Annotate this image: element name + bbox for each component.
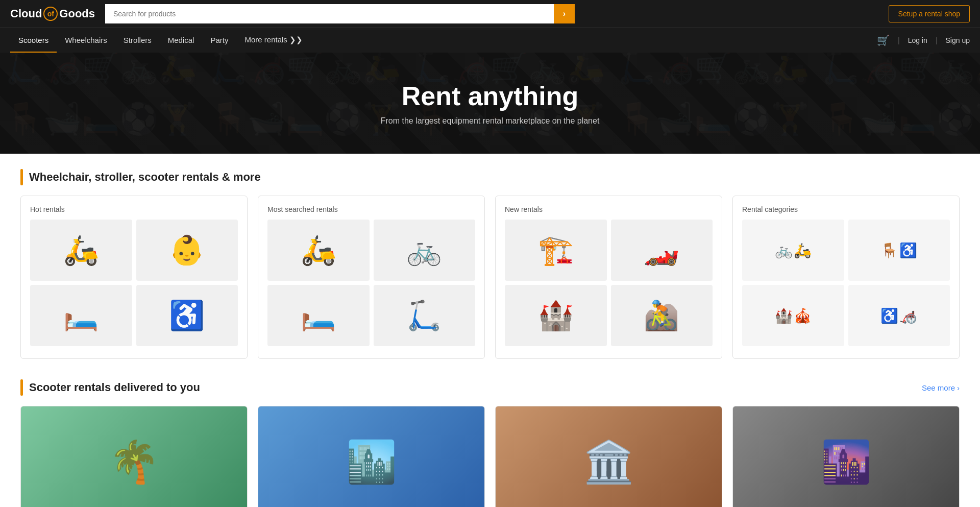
hot-rentals-images: 🛵 👶 🛏️ ♿ [30,220,238,346]
category-scooters-bikes[interactable]: 🚲🛵 [742,220,844,281]
scooter-location-card-2[interactable]: 🏛️ [495,406,722,507]
section-accent [20,169,23,185]
hot-rentals-card: Hot rentals 🛵 👶 🛏️ ♿ [20,196,248,359]
nav-item-party[interactable]: Party [202,29,236,53]
building-icon: 🏛️ [583,438,634,486]
section1-title: Wheelchair, stroller, scooter rentals & … [29,171,261,184]
nav-item-more[interactable]: More rentals ❯❯ [236,28,311,53]
section2-header: Scooter rentals delivered to you See mor… [20,379,960,396]
section2-left: Scooter rentals delivered to you [20,379,200,396]
most-searched-item-0[interactable]: 🛵 [267,220,370,281]
scooter-location-card-3[interactable]: 🌆 [732,406,960,507]
hot-rental-item-0[interactable]: 🛵 [30,220,132,281]
hot-rentals-title: Hot rentals [30,205,238,213]
most-searched-images: 🛵 🚲 🛏️ 🛴 [267,220,475,346]
new-rental-item-2[interactable]: 🏰 [505,285,607,346]
main-nav: Scooters Wheelchairs Strollers Medical P… [0,28,980,53]
log-in-link[interactable]: Log in [908,36,927,44]
nav-item-strollers[interactable]: Strollers [115,29,160,53]
search-bar: › [105,4,575,23]
main-content: Wheelchair, stroller, scooter rentals & … [0,154,980,507]
street-icon: 🌆 [821,438,872,486]
section2-title: Scooter rentals delivered to you [29,381,200,394]
tropical-icon: 🌴 [109,438,160,486]
category-wheelchairs[interactable]: ♿🦽 [848,285,950,346]
header: Cloud of Goods › Setup a rental shop [0,0,980,28]
city-icon: 🏙️ [346,438,397,486]
hot-rental-item-3[interactable]: ♿ [136,285,238,346]
nav-item-scooters[interactable]: Scooters [10,29,57,53]
most-searched-title: Most searched rentals [267,205,475,213]
new-rental-item-3[interactable]: 🚵 [611,285,713,346]
setup-rental-shop-button[interactable]: Setup a rental shop [889,5,970,22]
logo-text-before: Cloud [10,7,42,20]
new-rental-item-0[interactable]: 🏗️ [505,220,607,281]
see-more-link[interactable]: See more › [922,383,960,392]
rental-cards-row: Hot rentals 🛵 👶 🛏️ ♿ Most searched renta… [20,196,960,359]
scooter-cards-row: 🌴 🏙️ 🏛️ 🌆 [20,406,960,507]
new-rentals-images: 🏗️ 🏎️ 🏰 🚵 [505,220,713,346]
cart-icon[interactable]: 🛒 [877,34,890,46]
most-searched-item-2[interactable]: 🛏️ [267,285,370,346]
search-button[interactable]: › [554,4,575,23]
nav-item-wheelchairs[interactable]: Wheelchairs [57,29,115,53]
rental-categories-grid: 🚲🛵 🪑♿ 🏰🎪 ♿🦽 [742,220,950,346]
logo-text-after: Goods [59,7,95,20]
new-rentals-card: New rentals 🏗️ 🏎️ 🏰 🚵 [495,196,722,359]
rental-categories-card: Rental categories 🚲🛵 🪑♿ 🏰🎪 ♿🦽 [732,196,960,359]
most-searched-item-3[interactable]: 🛴 [374,285,476,346]
section2-accent [20,379,23,396]
hero-title: Rent anything [10,81,970,111]
hot-rental-item-1[interactable]: 👶 [136,220,238,281]
header-actions: Setup a rental shop [889,5,970,22]
hero-subtitle: From the largest equipment rental market… [10,116,970,126]
category-mobility[interactable]: 🪑♿ [848,220,950,281]
section1-header: Wheelchair, stroller, scooter rentals & … [20,169,960,185]
logo[interactable]: Cloud of Goods [10,7,97,21]
most-searched-card: Most searched rentals 🛵 🚲 🛏️ 🛴 [258,196,485,359]
scooter-location-card-1[interactable]: 🏙️ [258,406,485,507]
hero-section: Rent anything From the largest equipment… [0,53,980,154]
rental-categories-title: Rental categories [742,205,950,213]
new-rental-item-1[interactable]: 🏎️ [611,220,713,281]
chevron-right-icon: › [957,383,960,392]
category-party[interactable]: 🏰🎪 [742,285,844,346]
search-input[interactable] [105,4,554,23]
scooter-location-card-0[interactable]: 🌴 [20,406,248,507]
sign-up-link[interactable]: Sign up [946,36,970,44]
nav-right: 🛒 | Log in | Sign up [877,34,970,46]
hot-rental-item-2[interactable]: 🛏️ [30,285,132,346]
new-rentals-title: New rentals [505,205,713,213]
most-searched-item-1[interactable]: 🚲 [374,220,476,281]
logo-circle: of [43,7,58,21]
nav-item-medical[interactable]: Medical [160,29,203,53]
